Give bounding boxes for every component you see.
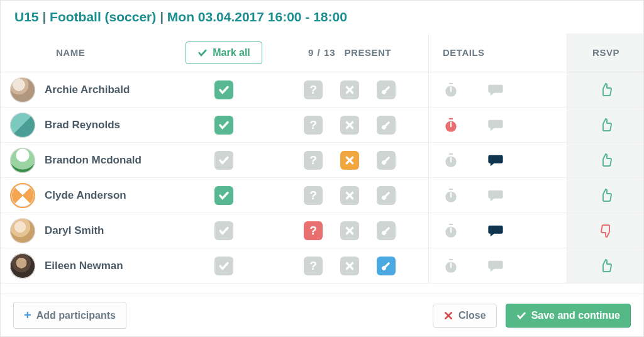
participant-name: Archie Archibald bbox=[45, 84, 177, 96]
comment-icon[interactable] bbox=[487, 222, 504, 240]
table-header: NAME Mark all 9 / 13 PRESENT DETAILS RSV… bbox=[1, 33, 643, 72]
stopwatch-icon[interactable] bbox=[443, 187, 459, 204]
comment-icon[interactable] bbox=[487, 187, 504, 204]
stopwatch-icon[interactable] bbox=[443, 258, 459, 274]
svg-rect-11 bbox=[449, 118, 453, 119]
svg-rect-34 bbox=[450, 227, 452, 233]
unknown-toggle[interactable]: ? bbox=[304, 151, 323, 170]
check-icon bbox=[197, 48, 208, 58]
sick-toggle[interactable] bbox=[377, 116, 396, 135]
participant-name: Brandon Mcdonald bbox=[45, 154, 177, 167]
sick-toggle[interactable] bbox=[377, 257, 396, 275]
rsvp-thumb-up-icon[interactable] bbox=[599, 258, 614, 273]
add-participants-label: Add participants bbox=[36, 310, 116, 321]
svg-rect-4 bbox=[449, 82, 453, 84]
svg-rect-6 bbox=[450, 86, 452, 92]
svg-rect-13 bbox=[450, 121, 452, 127]
svg-rect-18 bbox=[449, 153, 453, 154]
svg-rect-20 bbox=[450, 157, 452, 162]
svg-rect-25 bbox=[449, 188, 453, 189]
absent-toggle[interactable] bbox=[340, 221, 359, 240]
present-check-toggle[interactable] bbox=[214, 151, 233, 170]
session-team: U15 bbox=[14, 9, 39, 24]
session-datetime: Mon 03.04.2017 16:00 - 18:00 bbox=[167, 9, 347, 24]
present-check-toggle[interactable] bbox=[214, 186, 233, 205]
avatar bbox=[10, 183, 35, 208]
rsvp-thumb-up-icon[interactable] bbox=[599, 188, 614, 203]
stopwatch-icon[interactable] bbox=[443, 82, 459, 98]
sick-toggle[interactable] bbox=[377, 80, 396, 99]
absent-toggle[interactable] bbox=[340, 151, 359, 170]
save-continue-button[interactable]: Save and continue bbox=[506, 304, 631, 328]
table-row: Eileen Newman? bbox=[1, 248, 643, 284]
table-row: Daryl Smith? bbox=[1, 213, 643, 248]
svg-rect-41 bbox=[450, 262, 452, 268]
svg-rect-27 bbox=[450, 192, 452, 197]
column-details: DETAILS bbox=[428, 33, 567, 72]
column-rsvp: RSVP bbox=[567, 33, 643, 72]
absent-toggle[interactable] bbox=[340, 80, 359, 99]
dialog-footer: + Add participants Close Save and contin… bbox=[1, 294, 643, 336]
close-button[interactable]: Close bbox=[433, 304, 497, 328]
unknown-toggle[interactable]: ? bbox=[304, 257, 323, 275]
page-title: U15 | Football (soccer) | Mon 03.04.2017… bbox=[1, 1, 643, 33]
participant-name: Brad Reynolds bbox=[45, 119, 177, 131]
close-icon bbox=[443, 311, 453, 321]
plus-icon: + bbox=[24, 308, 31, 323]
rsvp-thumb-up-icon[interactable] bbox=[599, 153, 614, 168]
comment-icon[interactable] bbox=[487, 81, 504, 99]
sick-toggle[interactable] bbox=[377, 186, 396, 205]
absent-toggle[interactable] bbox=[340, 257, 359, 275]
absent-toggle[interactable] bbox=[340, 116, 359, 135]
close-label: Close bbox=[458, 310, 486, 321]
present-count: 9 / 13 bbox=[308, 47, 336, 58]
participants-table: NAME Mark all 9 / 13 PRESENT DETAILS RSV… bbox=[1, 33, 643, 294]
stopwatch-icon[interactable] bbox=[443, 152, 459, 168]
comment-icon[interactable] bbox=[487, 116, 504, 134]
attendance-dialog: U15 | Football (soccer) | Mon 03.04.2017… bbox=[0, 0, 644, 337]
present-check-toggle[interactable] bbox=[214, 116, 233, 135]
avatar bbox=[10, 77, 35, 102]
comment-icon[interactable] bbox=[487, 152, 504, 169]
check-icon bbox=[516, 311, 526, 321]
save-label: Save and continue bbox=[531, 310, 620, 321]
rsvp-thumb-down-icon[interactable] bbox=[599, 223, 614, 238]
session-sport: Football (soccer) bbox=[50, 9, 156, 24]
mark-all-label: Mark all bbox=[213, 47, 250, 58]
avatar bbox=[10, 148, 35, 173]
comment-icon[interactable] bbox=[487, 257, 504, 275]
present-check-toggle[interactable] bbox=[214, 257, 233, 275]
participant-name: Eileen Newman bbox=[45, 260, 177, 272]
mark-all-button[interactable]: Mark all bbox=[186, 41, 262, 64]
table-row: Brad Reynolds? bbox=[1, 108, 643, 143]
add-participants-button[interactable]: + Add participants bbox=[13, 302, 126, 329]
avatar bbox=[10, 253, 35, 279]
present-check-toggle[interactable] bbox=[214, 221, 233, 240]
unknown-toggle[interactable]: ? bbox=[304, 186, 323, 205]
sick-toggle[interactable] bbox=[377, 221, 396, 240]
rsvp-thumb-up-icon[interactable] bbox=[599, 118, 614, 133]
column-name: NAME bbox=[45, 47, 177, 58]
participant-name: Daryl Smith bbox=[45, 224, 177, 237]
table-row: Brandon Mcdonald? bbox=[1, 143, 643, 178]
table-row: Clyde Anderson? bbox=[1, 178, 643, 213]
column-present: PRESENT bbox=[345, 47, 391, 58]
separator: | bbox=[42, 9, 50, 24]
avatar bbox=[10, 218, 35, 243]
stopwatch-icon[interactable] bbox=[443, 117, 459, 133]
separator: | bbox=[160, 9, 167, 24]
stopwatch-icon[interactable] bbox=[443, 223, 459, 239]
rsvp-thumb-up-icon[interactable] bbox=[599, 82, 614, 97]
svg-rect-32 bbox=[449, 223, 453, 224]
table-row: Archie Archibald? bbox=[1, 72, 643, 108]
svg-rect-39 bbox=[449, 258, 453, 260]
sick-toggle[interactable] bbox=[377, 151, 396, 170]
participant-name: Clyde Anderson bbox=[45, 189, 177, 202]
avatar bbox=[10, 113, 35, 138]
present-check-toggle[interactable] bbox=[214, 80, 233, 99]
unknown-toggle[interactable]: ? bbox=[304, 221, 323, 240]
unknown-toggle[interactable]: ? bbox=[304, 80, 323, 99]
unknown-toggle[interactable]: ? bbox=[304, 116, 323, 135]
absent-toggle[interactable] bbox=[340, 186, 359, 205]
